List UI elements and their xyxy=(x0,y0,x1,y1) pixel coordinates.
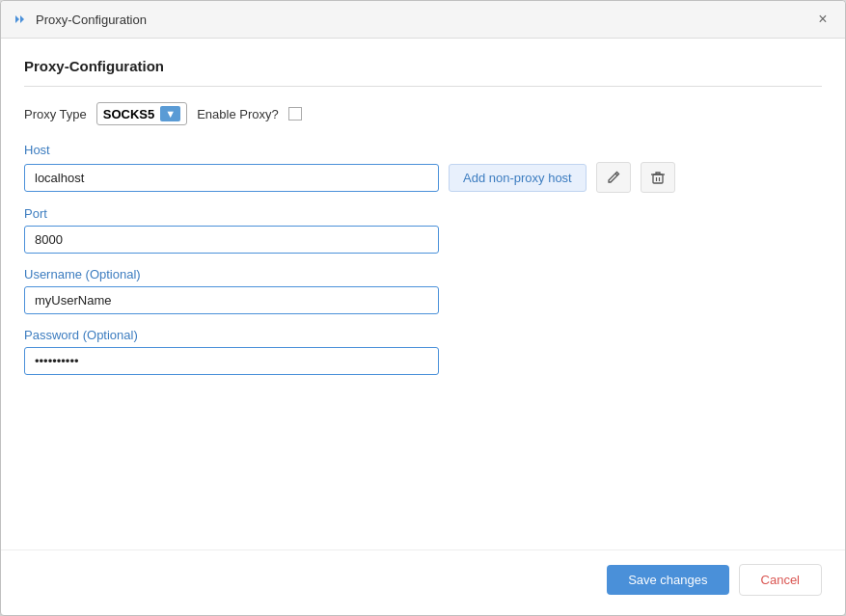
add-non-proxy-button[interactable]: Add non-proxy host xyxy=(449,164,587,192)
edit-button[interactable] xyxy=(596,162,631,193)
svg-rect-2 xyxy=(653,174,663,183)
enable-proxy-label: Enable Proxy? xyxy=(197,107,279,121)
proxy-type-value: SOCKS5 xyxy=(103,107,154,121)
dialog-footer: Save changes Cancel xyxy=(1,549,845,615)
password-field-row xyxy=(24,347,822,375)
host-input[interactable] xyxy=(24,164,439,192)
save-changes-button[interactable]: Save changes xyxy=(607,565,728,595)
dialog-content: Proxy-Configuration Proxy Type SOCKS5 ▼ … xyxy=(1,39,845,549)
password-input[interactable] xyxy=(24,347,439,375)
proxy-type-select[interactable]: SOCKS5 ▼ xyxy=(96,102,187,125)
enable-proxy-checkbox[interactable] xyxy=(288,107,302,121)
dialog-icon xyxy=(13,11,30,28)
dropdown-arrow-icon[interactable]: ▼ xyxy=(160,106,180,121)
cancel-button[interactable]: Cancel xyxy=(739,564,822,596)
username-section: Username (Optional) xyxy=(24,267,822,314)
delete-button[interactable] xyxy=(641,162,675,193)
dialog-heading: Proxy-Configuration xyxy=(24,58,822,74)
host-field-row: Add non-proxy host xyxy=(24,162,822,193)
port-input[interactable] xyxy=(24,226,439,254)
port-section: Port xyxy=(24,206,822,254)
proxy-type-label: Proxy Type xyxy=(24,107,87,121)
password-section: Password (Optional) xyxy=(24,328,822,375)
svg-marker-1 xyxy=(20,15,24,23)
title-bar: Proxy-Configuration × xyxy=(1,1,845,39)
password-label: Password (Optional) xyxy=(24,328,822,342)
username-label: Username (Optional) xyxy=(24,267,822,281)
title-bar-text: Proxy-Configuration xyxy=(36,13,812,27)
host-label: Host xyxy=(24,143,822,157)
close-button[interactable]: × xyxy=(812,9,833,30)
heading-divider xyxy=(24,86,822,87)
port-field-row xyxy=(24,226,822,254)
proxy-config-dialog: Proxy-Configuration × Proxy-Configuratio… xyxy=(0,0,846,616)
username-field-row xyxy=(24,286,822,314)
proxy-type-row: Proxy Type SOCKS5 ▼ Enable Proxy? xyxy=(24,102,822,125)
username-input[interactable] xyxy=(24,286,439,314)
svg-marker-0 xyxy=(15,15,19,23)
host-section: Host Add non-proxy host xyxy=(24,143,822,193)
port-label: Port xyxy=(24,206,822,221)
